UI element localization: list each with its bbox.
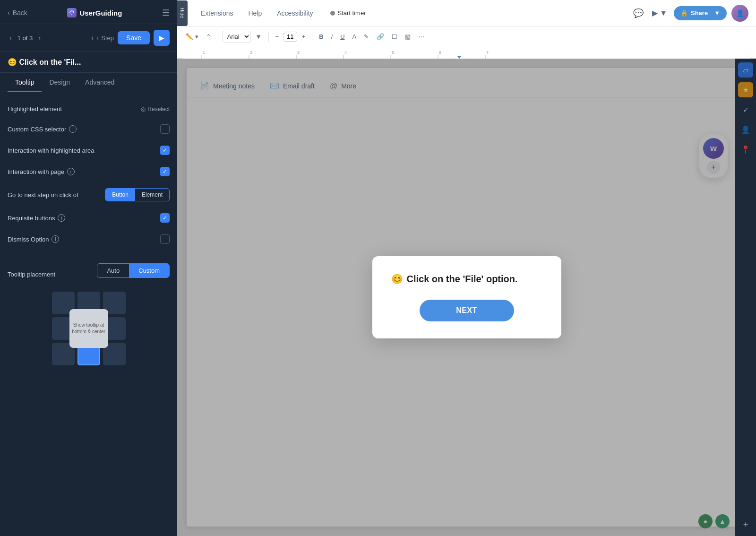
requisite-info-icon[interactable]: i (58, 214, 65, 222)
bold-button[interactable]: B (316, 31, 326, 42)
step-label: + Step (96, 35, 114, 42)
svg-text:1: 1 (203, 50, 205, 55)
toolbar-separator-2 (268, 32, 269, 42)
underline-button[interactable]: U (337, 31, 347, 42)
back-button[interactable]: ‹ Back (8, 9, 27, 17)
ruler: 1 2 3 4 5 6 7 (177, 47, 756, 59)
interaction-highlighted-checkbox[interactable] (160, 146, 170, 155)
interaction-page-row: Interaction with page i (8, 161, 170, 182)
comment-icon[interactable]: 💬 (631, 6, 645, 20)
position-top-center[interactable] (77, 292, 100, 314)
font-family-select[interactable]: Arial (222, 31, 251, 43)
interaction-page-info-icon[interactable]: i (67, 168, 75, 175)
step-navigation: ‹ 1 of 3 › + + Step Save ▶ (0, 24, 177, 52)
plus-icon: + (91, 35, 94, 42)
position-bottom-left[interactable] (52, 343, 75, 365)
tab-design[interactable]: Design (42, 73, 77, 92)
save-button[interactable]: Save (118, 31, 150, 44)
highlighted-element-row: Highlighted element ◎ Reselect (8, 100, 170, 119)
auto-placement-button[interactable]: Auto (97, 264, 129, 277)
start-timer-area: Start timer (330, 9, 366, 17)
modal-title: 😊 Click on the 'File' option. (391, 273, 542, 285)
position-top-right[interactable] (103, 292, 126, 314)
share-button[interactable]: 🔒 Share ▼ (674, 6, 727, 20)
interaction-highlighted-label: Interaction with highlighted area (8, 147, 94, 154)
requisite-label: Requisite buttons i (8, 214, 65, 222)
svg-text:2: 2 (250, 50, 252, 55)
tooltip-modal: 😊 Click on the 'File' option. NEXT (372, 256, 561, 338)
custom-placement-button[interactable]: Custom (129, 264, 169, 277)
font-dropdown-button[interactable]: ▼ (253, 31, 265, 42)
element-option[interactable]: Element (135, 189, 169, 201)
dismiss-info-icon[interactable]: i (52, 235, 59, 243)
link-button[interactable]: 🔗 (374, 31, 387, 42)
tab-tooltip[interactable]: Tooltip (8, 73, 42, 92)
help-menu-item[interactable]: Help (244, 8, 266, 19)
button-option[interactable]: Button (105, 189, 135, 201)
share-divider (711, 9, 711, 17)
top-bar-right: 💬 ▶ ▼ 🔒 Share ▼ 👤 (631, 5, 748, 22)
increase-font-button[interactable]: + (299, 31, 309, 42)
next-step-label: Go to next step on click of (8, 191, 78, 199)
interaction-page-checkbox[interactable] (160, 167, 170, 176)
position-bottom-right[interactable] (103, 343, 126, 365)
decrease-font-button[interactable]: − (273, 31, 282, 42)
avatar-image: 👤 (731, 5, 748, 22)
svg-text:3: 3 (297, 50, 300, 55)
position-left[interactable] (52, 317, 75, 340)
font-size-value: 11 (287, 33, 293, 40)
play-button[interactable]: ▶ (154, 30, 170, 46)
tab-advanced[interactable]: Advanced (77, 73, 122, 92)
timer-dot-icon (330, 11, 335, 16)
highlight-button[interactable]: ✎ (361, 31, 372, 42)
start-timer-button[interactable]: Start timer (338, 9, 366, 17)
custom-css-checkbox[interactable] (160, 124, 170, 134)
brand-logo: UserGuiding (67, 8, 122, 17)
custom-css-info-icon[interactable]: i (69, 125, 77, 133)
hide-panel-button[interactable]: Hide (177, 0, 188, 26)
position-bottom-center[interactable] (77, 343, 100, 365)
main-area: Hide Extensions Help Accessibility Start… (177, 0, 756, 536)
comment-toolbar-button[interactable]: ☐ (389, 31, 400, 42)
position-grid: Show tooltip at bottom & center (52, 292, 126, 365)
svg-text:5: 5 (392, 50, 394, 55)
panel-header: ‹ Back UserGuiding ☰ (0, 0, 177, 24)
text-color-button[interactable]: A (350, 31, 360, 42)
dismiss-checkbox[interactable] (160, 234, 170, 244)
step-actions: + + Step Save ▶ (91, 30, 170, 46)
panel-content: Highlighted element ◎ Reselect Custom CS… (0, 92, 177, 536)
extensions-menu-item[interactable]: Extensions (197, 8, 237, 19)
step-nav-arrows: ‹ 1 of 3 › (8, 33, 43, 43)
dismiss-row: Dismiss Option i (8, 229, 170, 250)
positions-wrapper: Show tooltip at bottom & center (8, 292, 170, 365)
reselect-button[interactable]: ◎ Reselect (141, 106, 170, 112)
collapse-toolbar-button[interactable]: ⌃ (203, 31, 214, 42)
next-button[interactable]: NEXT (420, 300, 514, 321)
position-right[interactable] (103, 317, 126, 340)
format-mode-button[interactable]: ✏️ ▾ (183, 31, 201, 42)
menu-button[interactable]: ☰ (162, 8, 170, 18)
placement-row: Tooltip placement Auto Custom (8, 258, 170, 292)
position-top-left[interactable] (52, 292, 75, 314)
requisite-checkbox[interactable] (160, 213, 170, 223)
toolbar: ✏️ ▾ ⌃ Arial ▼ − 11 + B I U A ✎ 🔗 ☐ ▧ ⋯ (177, 26, 756, 47)
more-options-button[interactable]: ⋯ (415, 31, 427, 42)
add-step-button[interactable]: + + Step (91, 35, 114, 42)
svg-text:4: 4 (344, 50, 347, 55)
placement-label: Tooltip placement (8, 271, 55, 278)
video-button[interactable]: ▶ ▼ (650, 7, 669, 19)
italic-button[interactable]: I (328, 31, 336, 42)
video-dropdown-icon: ▼ (660, 9, 667, 17)
requisite-row: Requisite buttons i (8, 207, 170, 229)
next-step-button[interactable]: › (36, 33, 43, 43)
next-step-toggle-group: Button Element (105, 188, 170, 201)
tab-row: Tooltip Design Advanced (0, 73, 177, 92)
placement-toggle-group: Auto Custom (97, 263, 170, 278)
reselect-icon: ◎ (141, 106, 146, 112)
back-chevron-icon: ‹ (8, 9, 10, 17)
position-center-spacer (77, 317, 100, 340)
accessibility-menu-item[interactable]: Accessibility (273, 8, 317, 19)
user-avatar[interactable]: 👤 (731, 5, 748, 22)
image-button[interactable]: ▧ (402, 31, 413, 42)
prev-step-button[interactable]: ‹ (8, 33, 14, 43)
